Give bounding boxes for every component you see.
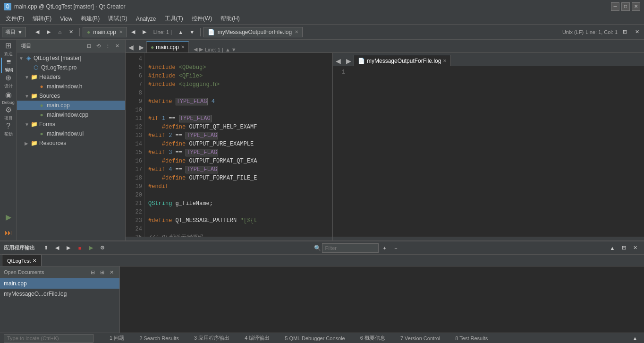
status-qml-debugger[interactable]: 5 QML Debugger Console (281, 333, 348, 343)
bottom-close-btn[interactable]: ✕ (630, 243, 640, 253)
menu-controls[interactable]: 控件(W) (188, 14, 216, 24)
minimize-button[interactable]: ─ (611, 2, 619, 11)
nav-back-btn[interactable]: ◀ (128, 27, 138, 37)
tree-resources-folder[interactable]: ▶ 📁 Resources (17, 138, 125, 148)
tree-filter-btn[interactable]: ⊟ (85, 42, 93, 50)
bottom-btn-3[interactable]: ▶ (63, 243, 74, 253)
sidebar-project[interactable]: ⚙ 项目 (1, 106, 16, 121)
tree-more-btn[interactable]: ⋮ (103, 42, 112, 50)
forms-folder-icon: 📁 (30, 120, 38, 128)
status-version-control[interactable]: 7 Version Control (397, 333, 444, 343)
filter-input[interactable] (322, 243, 379, 253)
menu-tools[interactable]: 工具(T) (161, 14, 187, 24)
log-file-close[interactable]: ✕ (295, 29, 298, 34)
nav-forward-btn[interactable]: ▶ (139, 27, 150, 37)
right-scroll-left[interactable]: ◀ (333, 56, 343, 66)
code-content[interactable]: #include <QDebug> #include <QFile> #incl… (144, 53, 332, 237)
status-expand-btn[interactable]: ▲ (630, 333, 640, 343)
search-input[interactable] (4, 334, 93, 343)
menu-build[interactable]: 构建(B) (77, 14, 103, 24)
close-split-btn[interactable]: ✕ (632, 27, 642, 37)
right-scroll-right[interactable]: ▶ (343, 56, 354, 66)
tree-header-file[interactable]: ▶ ● mainwindow.h (17, 82, 125, 91)
tree-close-btn[interactable]: ✕ (113, 42, 121, 50)
log-file-editor-tab[interactable]: 📄 myMessageOutputForFile.log ✕ (354, 55, 451, 66)
tree-headers-folder[interactable]: ▼ 📁 Headers (17, 72, 125, 82)
menu-help[interactable]: 帮助(H) (217, 14, 244, 24)
doc-main-cpp[interactable]: main.cpp (0, 278, 119, 289)
filter-add-btn[interactable]: + (380, 243, 390, 253)
maximize-button[interactable]: □ (621, 2, 630, 11)
sidebar-editor[interactable]: ≡ 编辑 (1, 58, 16, 73)
qtlogtest-tab-close[interactable]: ✕ (33, 258, 36, 263)
main-cpp-tab-close[interactable]: ✕ (181, 44, 185, 50)
active-file-close[interactable]: ✕ (119, 29, 123, 34)
tab-line-up[interactable]: ▲ (225, 47, 230, 52)
app-icon: Q (4, 3, 11, 10)
window-controls[interactable]: ─ □ ✕ (611, 2, 640, 11)
right-code-content[interactable] (347, 66, 644, 237)
tree-mainwindow-cpp[interactable]: ▶ ● mainwindow.cpp (17, 110, 125, 120)
menu-edit[interactable]: 编辑(E) (29, 14, 55, 24)
status-compile-output[interactable]: 4 编译输出 (241, 333, 273, 343)
sidebar-help[interactable]: ? 帮助 (1, 122, 16, 137)
tree-ui-file[interactable]: ▶ ● mainwindow.ui (17, 129, 125, 138)
sidebar-debug[interactable]: ◉ Debug (1, 90, 16, 105)
tab-nav-fwd[interactable]: ▶ (199, 46, 203, 52)
sidebar-debug-run[interactable]: ⏭ (1, 225, 16, 240)
bottom-stop-btn[interactable]: ■ (75, 243, 85, 253)
log-file-tab[interactable]: 📄 myMessageOutputForFile.log ✕ (203, 27, 303, 37)
close-button[interactable]: ✕ (632, 2, 640, 11)
forward-btn[interactable]: ▶ (43, 27, 54, 37)
main-cpp-tab[interactable]: ● main.cpp ✕ (146, 41, 189, 52)
line-nav-down[interactable]: ▼ (187, 27, 197, 37)
scroll-left-btn[interactable]: ◀ (126, 42, 136, 52)
output-area[interactable] (120, 266, 644, 333)
bottom-run-btn[interactable]: ▶ (86, 243, 96, 253)
bottom-expand-btn[interactable]: ▲ (607, 243, 618, 253)
close-doc-btn[interactable]: ✕ (66, 27, 76, 37)
sidebar-design[interactable]: ⊕ 设计 (1, 74, 16, 89)
split-btn[interactable]: ⊞ (619, 27, 630, 37)
tab-line-down[interactable]: ▼ (231, 47, 237, 52)
home-btn[interactable]: ⌂ (55, 27, 65, 37)
tab-nav-back[interactable]: ◀ (194, 46, 197, 52)
doc-log-file[interactable]: myMessageO...orFile.log (0, 289, 119, 299)
bottom-float-btn[interactable]: ⊞ (619, 243, 629, 253)
filter-remove-btn[interactable]: − (391, 243, 401, 253)
tree-forms-folder[interactable]: ▼ 📁 Forms (17, 120, 125, 129)
tree-pro-file[interactable]: ▶ ⬡ QtLogTest.pro (17, 63, 125, 72)
project-selector[interactable]: 项目 ▼ (2, 27, 26, 37)
right-content: 1 (333, 66, 644, 237)
tree-sync-btn[interactable]: ⟲ (94, 42, 102, 50)
status-problems[interactable]: 1 问题 (106, 333, 128, 343)
tree-project-root[interactable]: ▼ ◈ QtLogTest [master] (17, 53, 125, 63)
menu-analyze[interactable]: Analyze (132, 15, 160, 23)
qtlogtest-tab[interactable]: QtLogTest ✕ (2, 255, 42, 266)
log-tab-close[interactable]: ✕ (443, 58, 447, 63)
status-search-results[interactable]: 2 Search Results (136, 333, 183, 343)
open-documents-panel: Open Documents ⊟ ⊞ ✕ main.cpp myMessageO… (0, 266, 120, 333)
tree-main-cpp[interactable]: ▶ ● main.cpp (17, 101, 125, 110)
bottom-settings-btn[interactable]: ⚙ (97, 243, 108, 253)
tree-sources-folder[interactable]: ▼ 📁 Sources (17, 91, 125, 101)
status-overview[interactable]: 6 概要信息 (356, 333, 389, 343)
scroll-right-btn[interactable]: ▶ (136, 42, 146, 52)
bottom-btn-1[interactable]: ⬆ (41, 243, 51, 253)
status-test-results[interactable]: 8 Test Results (451, 333, 491, 343)
h-scrollbar[interactable] (126, 237, 332, 240)
back-btn[interactable]: ◀ (32, 27, 42, 37)
status-app-output[interactable]: 3 应用程序输出 (190, 333, 233, 343)
menu-view[interactable]: View (56, 15, 76, 23)
right-h-scrollbar[interactable] (333, 237, 644, 240)
sidebar-run[interactable]: ▶ (1, 209, 16, 224)
docs-btn-1[interactable]: ⊟ (88, 268, 97, 276)
menu-debug[interactable]: 调试(D) (104, 14, 131, 24)
line-nav-up[interactable]: ▲ (176, 27, 186, 37)
docs-close-btn[interactable]: ✕ (107, 268, 116, 276)
active-file-tab[interactable]: ● main.cpp ✕ (83, 27, 127, 37)
bottom-btn-2[interactable]: ◀ (52, 243, 62, 253)
menu-file[interactable]: 文件(F) (2, 14, 28, 24)
docs-btn-2[interactable]: ⊞ (98, 268, 106, 276)
sidebar-welcome[interactable]: ⊞ 欢迎 (1, 42, 16, 57)
